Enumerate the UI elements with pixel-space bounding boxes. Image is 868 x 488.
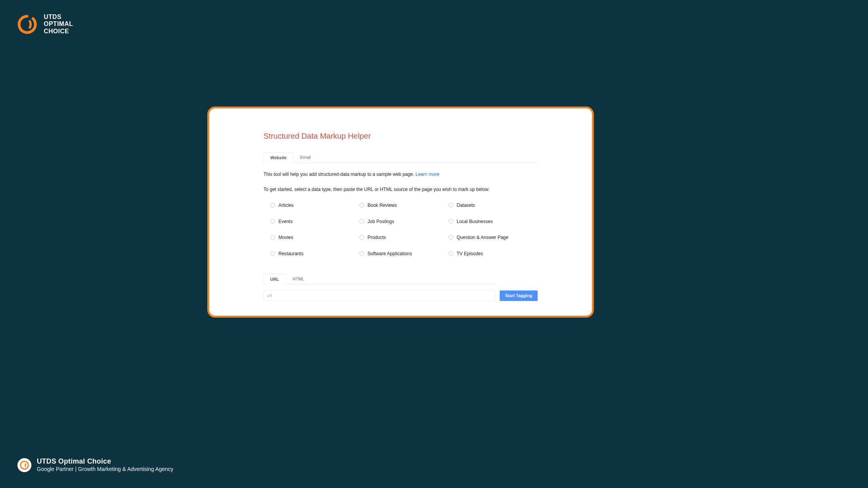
radio-icon [449, 219, 453, 224]
radio-label: Job Postings [368, 219, 394, 224]
brand-line-2: OPTIMAL [44, 21, 73, 27]
radio-icon [270, 219, 275, 224]
intro-text-body: This tool will help you add structured-d… [264, 172, 415, 177]
radio-label: Movies [279, 235, 293, 240]
radio-question-answer-page[interactable]: Question & Answer Page [449, 235, 538, 240]
radio-icon [449, 251, 453, 256]
markup-helper-panel: Structured Data Markup Helper Website Em… [207, 107, 594, 318]
tab-website[interactable]: Website [264, 152, 293, 163]
tab-html[interactable]: HTML [286, 274, 311, 285]
radio-label: Local Businesses [457, 219, 493, 224]
url-input[interactable] [264, 290, 495, 301]
radio-events[interactable]: Events [270, 219, 360, 224]
radio-label: Events [279, 219, 293, 224]
radio-products[interactable]: Products [360, 235, 449, 240]
radio-book-reviews[interactable]: Book Reviews [360, 203, 449, 208]
page-type-tabs: Website Email [264, 152, 538, 163]
radio-label: TV Episodes [457, 251, 483, 256]
radio-icon [270, 203, 275, 208]
data-type-grid: Articles Book Reviews Datasets Events Jo… [264, 203, 538, 256]
footer-text: UTDS Optimal Choice Google Partner | Gro… [37, 457, 173, 473]
radio-icon [360, 219, 364, 224]
header-logo: UTDS OPTIMAL CHOICE [17, 14, 73, 35]
footer-subtitle: Google Partner | Growth Marketing & Adve… [37, 466, 173, 473]
svg-point-0 [21, 461, 28, 469]
radio-icon [270, 235, 275, 240]
radio-label: Products [368, 235, 386, 240]
radio-local-businesses[interactable]: Local Businesses [449, 219, 538, 224]
radio-datasets[interactable]: Datasets [449, 203, 538, 208]
tab-email[interactable]: Email [293, 152, 318, 163]
input-type-tabs: URL HTML [264, 274, 495, 285]
radio-label: Restaurants [279, 251, 304, 256]
radio-articles[interactable]: Articles [270, 203, 360, 208]
intro-text: This tool will help you add structured-d… [264, 171, 538, 178]
footer-brand: UTDS Optimal Choice Google Partner | Gro… [17, 457, 173, 473]
radio-movies[interactable]: Movies [270, 235, 360, 240]
radio-restaurants[interactable]: Restaurants [270, 251, 360, 256]
panel-title: Structured Data Markup Helper [264, 132, 538, 141]
radio-label: Book Reviews [368, 203, 397, 208]
footer-badge-icon [17, 458, 31, 472]
url-input-column: URL HTML [264, 274, 495, 301]
brand-logo-icon [17, 15, 37, 34]
brand-line-3: CHOICE [44, 28, 73, 35]
instruction-text: To get started, select a data type, then… [264, 187, 538, 192]
radio-icon [360, 235, 364, 240]
tab-url[interactable]: URL [264, 274, 286, 285]
radio-job-postings[interactable]: Job Postings [360, 219, 449, 224]
radio-icon [270, 251, 275, 256]
radio-label: Datasets [457, 203, 475, 208]
radio-label: Articles [279, 203, 294, 208]
radio-icon [449, 235, 453, 240]
radio-tv-episodes[interactable]: TV Episodes [449, 251, 538, 256]
radio-software-applications[interactable]: Software Applications [360, 251, 449, 256]
radio-icon [360, 203, 364, 208]
brand-line-1: UTDS [44, 14, 73, 21]
radio-label: Question & Answer Page [457, 235, 508, 240]
learn-more-link[interactable]: Learn more [415, 172, 439, 177]
url-section: URL HTML Start Tagging [264, 274, 538, 301]
brand-logo-text: UTDS OPTIMAL CHOICE [44, 14, 73, 35]
radio-label: Software Applications [368, 251, 412, 256]
radio-icon [449, 203, 453, 208]
radio-icon [360, 251, 364, 256]
footer-title: UTDS Optimal Choice [37, 457, 173, 466]
start-tagging-button[interactable]: Start Tagging [499, 290, 537, 301]
